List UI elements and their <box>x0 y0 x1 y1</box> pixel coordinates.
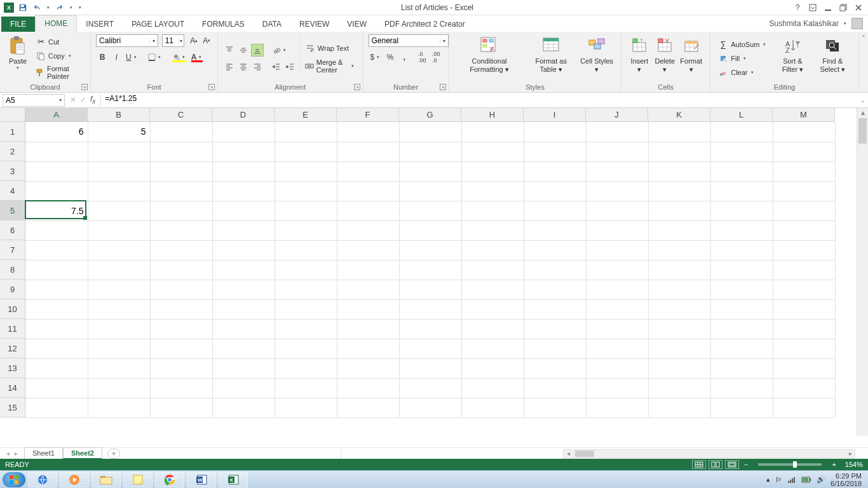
font-dialog-launcher[interactable]: ↘ <box>208 84 215 90</box>
cell[interactable] <box>773 220 835 240</box>
cell[interactable] <box>88 181 150 201</box>
cell[interactable] <box>586 339 648 358</box>
tab-home[interactable]: HOME <box>35 15 77 32</box>
cell[interactable] <box>25 339 88 358</box>
cell[interactable] <box>88 339 150 358</box>
cell[interactable]: 5 <box>88 122 150 142</box>
cell[interactable] <box>773 299 835 319</box>
autosum-button[interactable]: ∑ AutoSum ▾ <box>715 38 770 51</box>
cell[interactable] <box>275 201 337 220</box>
cell[interactable] <box>773 358 835 378</box>
alignment-dialog-launcher[interactable]: ↘ <box>354 84 360 90</box>
cell[interactable] <box>88 240 150 260</box>
cell[interactable] <box>399 280 461 299</box>
cell[interactable] <box>586 220 648 240</box>
cell[interactable] <box>399 358 461 378</box>
cell[interactable] <box>648 398 710 417</box>
cell[interactable] <box>399 339 461 358</box>
cell[interactable] <box>25 358 88 378</box>
cell[interactable] <box>648 240 710 260</box>
cell[interactable] <box>275 260 337 280</box>
accounting-format-button[interactable]: $▾ <box>369 51 383 64</box>
select-all-corner[interactable] <box>0 108 25 122</box>
italic-button[interactable]: I <box>110 51 123 64</box>
cell[interactable] <box>212 378 275 398</box>
cell[interactable] <box>461 220 524 240</box>
help-icon[interactable]: ? <box>793 3 802 12</box>
cell[interactable] <box>524 299 586 319</box>
column-header[interactable]: A <box>25 108 88 122</box>
cell[interactable] <box>337 299 399 319</box>
cell[interactable] <box>337 220 399 240</box>
cell[interactable] <box>524 319 586 339</box>
cell[interactable] <box>212 181 275 201</box>
tray-battery-icon[interactable] <box>801 477 811 483</box>
cell[interactable] <box>586 142 648 161</box>
cell[interactable] <box>25 161 88 181</box>
cell[interactable] <box>337 358 399 378</box>
format-as-table-button[interactable]: Format as Table ▾ <box>524 34 577 82</box>
cell[interactable] <box>648 299 710 319</box>
cell[interactable] <box>150 142 212 161</box>
merge-center-button[interactable]: Merge & Center ▾ <box>302 57 358 75</box>
cut-button[interactable]: ✂ Cut <box>33 36 85 48</box>
tab-data[interactable]: DATA <box>254 17 290 32</box>
cell[interactable] <box>399 378 461 398</box>
cell[interactable] <box>150 220 212 240</box>
cell[interactable] <box>461 201 524 220</box>
column-header[interactable]: K <box>648 108 710 122</box>
tab-review[interactable]: REVIEW <box>290 17 338 32</box>
cell[interactable] <box>710 122 773 142</box>
cell[interactable] <box>150 240 212 260</box>
cell[interactable] <box>212 122 275 142</box>
zoom-slider-knob[interactable] <box>793 461 797 468</box>
cell[interactable] <box>337 201 399 220</box>
align-left-button[interactable] <box>223 60 236 73</box>
expand-formula-bar-button[interactable]: ⌄ <box>858 97 868 104</box>
name-box[interactable]: A5 ▾ <box>3 94 65 107</box>
increase-indent-button[interactable] <box>284 60 297 73</box>
column-header[interactable]: D <box>212 108 275 122</box>
column-header[interactable]: H <box>461 108 524 122</box>
cell[interactable] <box>150 260 212 280</box>
cell[interactable] <box>461 398 524 417</box>
tray-volume-icon[interactable]: 🔊 <box>817 475 825 484</box>
cell[interactable] <box>275 181 337 201</box>
orientation-button[interactable]: ab▾ <box>270 44 289 57</box>
cell[interactable] <box>586 122 648 142</box>
scroll-up-icon[interactable]: ▴ <box>857 108 868 117</box>
font-size-input[interactable] <box>163 36 178 45</box>
cell[interactable] <box>648 319 710 339</box>
cell[interactable] <box>773 339 835 358</box>
cell[interactable] <box>648 378 710 398</box>
cell[interactable] <box>275 339 337 358</box>
cell[interactable] <box>648 122 710 142</box>
insert-cells-button[interactable]: + Insert▾ <box>627 34 652 82</box>
page-layout-view-button[interactable] <box>709 460 722 469</box>
cell[interactable] <box>212 142 275 161</box>
sheet-nav[interactable]: ◂ ▸ <box>0 450 24 457</box>
cancel-formula-button[interactable]: ✕ <box>70 95 76 104</box>
cell[interactable] <box>88 220 150 240</box>
align-top-button[interactable] <box>223 44 236 57</box>
cell[interactable] <box>524 240 586 260</box>
cell[interactable] <box>710 181 773 201</box>
cell[interactable] <box>88 161 150 181</box>
cell[interactable] <box>88 142 150 161</box>
tab-view[interactable]: VIEW <box>338 17 376 32</box>
column-header[interactable]: G <box>399 108 461 122</box>
cell[interactable] <box>648 161 710 181</box>
row-header[interactable]: 12 <box>0 339 25 358</box>
row-header[interactable]: 5 <box>0 201 25 220</box>
taskbar-word-button[interactable]: W <box>187 472 216 487</box>
cell[interactable] <box>524 339 586 358</box>
cell[interactable] <box>773 161 835 181</box>
cell[interactable] <box>212 220 275 240</box>
increase-decimal-button[interactable]: .0.00 <box>416 51 428 64</box>
scroll-right-icon[interactable]: ▸ <box>846 450 855 457</box>
restore-icon[interactable] <box>839 3 848 12</box>
cells-container[interactable]: 657.5 <box>25 122 857 436</box>
cell[interactable] <box>586 299 648 319</box>
row-header[interactable]: 9 <box>0 280 25 299</box>
cell[interactable]: 6 <box>25 122 88 142</box>
